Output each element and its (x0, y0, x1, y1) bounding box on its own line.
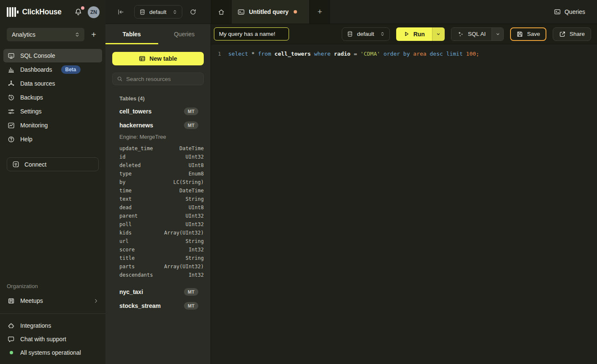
run-label: Run (413, 31, 425, 38)
database-select[interactable]: default (134, 5, 182, 19)
chevron-right-icon (93, 298, 99, 304)
sql-token: from (258, 51, 274, 57)
table-row-stocks-stream[interactable]: stocks_stream MT (105, 299, 211, 313)
save-floppy-icon (516, 31, 523, 38)
refresh-icon[interactable] (188, 7, 198, 17)
engine-badge: MT (184, 302, 198, 310)
app-root: ClickHouse ZN Analytics + SQL Console (0, 0, 597, 364)
sidebar-item-help[interactable]: Help (3, 132, 102, 146)
column-name: kids (119, 230, 132, 236)
new-tab-button[interactable]: + (310, 0, 330, 24)
brand-row: ClickHouse ZN (0, 0, 105, 24)
system-status-label: All systems operational (20, 349, 81, 356)
sidebar-item-backups[interactable]: Backups (3, 91, 102, 104)
column-type: DateTime (179, 146, 204, 151)
monitoring-chart-icon (8, 122, 15, 129)
sql-token: desc limit (430, 51, 466, 57)
column-type: Array(UInt32) (164, 230, 204, 236)
share-icon (559, 31, 566, 38)
column-row: kidsArray(UInt32) (105, 229, 211, 237)
new-table-label: New table (149, 55, 177, 62)
column-row: byLC(String) (105, 178, 211, 186)
code-line-1: 1 select * from cell_towers where radio … (211, 50, 597, 58)
main-region: default Untitled query + (105, 0, 597, 364)
backup-history-icon (8, 94, 15, 101)
tab-tables[interactable]: Tables (105, 24, 158, 44)
table-row-hackernews[interactable]: hackernews MT (105, 118, 211, 132)
sql-token: order by (384, 51, 413, 57)
column-type: Enum8 (189, 171, 204, 177)
sidebar-item-label: Data sources (20, 80, 55, 87)
chat-support-link[interactable]: Chat with support (7, 333, 99, 345)
column-name: score (119, 247, 135, 253)
database-select[interactable]: default (342, 27, 390, 41)
column-row: urlString (105, 237, 211, 245)
clickhouse-logo-icon (7, 7, 19, 18)
table-name: cell_towers (119, 108, 151, 115)
run-button[interactable]: Run (396, 27, 432, 41)
sql-editor[interactable]: 1 select * from cell_towers where radio … (211, 44, 597, 364)
column-name: parts (119, 264, 135, 270)
sidebar-item-settings[interactable]: Settings (3, 105, 102, 118)
save-button[interactable]: Save (510, 27, 546, 41)
column-name: id (119, 154, 125, 160)
query-name-input[interactable] (214, 27, 289, 40)
sql-ai-label: SQL AI (468, 31, 486, 37)
sql-ai-options-button[interactable] (492, 28, 503, 40)
collapse-sidebar-button[interactable] (116, 7, 126, 17)
system-status-link[interactable]: All systems operational (7, 346, 99, 359)
terminal-icon (238, 8, 245, 16)
table-name: stocks_stream (119, 302, 161, 309)
sidebar-item-sql-console[interactable]: SQL Console (3, 49, 102, 62)
sidebar-item-meetups[interactable]: Meetups (0, 294, 105, 308)
notifications-bell-icon[interactable] (73, 7, 83, 17)
active-tab-underline (105, 43, 158, 44)
query-tab[interactable]: Untitled query (231, 0, 310, 24)
help-question-icon (8, 136, 15, 143)
search-input[interactable] (126, 76, 199, 82)
sliders-icon (8, 108, 15, 115)
column-row: deadUInt8 (105, 203, 211, 212)
meetups-label: Meetups (20, 297, 43, 304)
table-icon (139, 55, 146, 62)
sql-ai-split-button: SQL AI (451, 27, 504, 41)
notification-dot (81, 6, 84, 10)
column-type: String (186, 196, 204, 202)
column-row: descendantsInt32 (105, 271, 211, 279)
new-table-button[interactable]: New table (112, 52, 204, 65)
sidebar-add-button[interactable]: + (89, 30, 99, 40)
share-button[interactable]: Share (553, 27, 591, 41)
integrations-label: Integrations (20, 322, 51, 329)
chevron-down-icon (495, 32, 500, 37)
column-type: Int32 (189, 272, 204, 278)
table-row-nyc-taxi[interactable]: nyc_taxi MT (105, 285, 211, 299)
chevron-down-icon (436, 32, 441, 37)
sidebar-item-label: Backups (20, 94, 43, 101)
chevron-updown-icon (380, 31, 385, 37)
workspace-select[interactable]: Analytics (7, 28, 84, 41)
column-name: time (119, 188, 132, 194)
table-name: hackernews (119, 122, 153, 129)
table-row-cell-towers[interactable]: cell_towers MT (105, 104, 211, 118)
connect-button[interactable]: Connect (7, 157, 99, 171)
run-options-button[interactable] (432, 27, 445, 41)
integrations-link[interactable]: Integrations (7, 319, 99, 332)
sidebar-item-dashboards[interactable]: Dashboards Beta (3, 63, 102, 76)
queries-button[interactable]: Queries (554, 0, 585, 24)
avatar[interactable]: ZN (88, 6, 100, 18)
sql-token: cell_towers (275, 51, 314, 57)
column-name: poll (119, 221, 132, 227)
sidebar-item-data-sources[interactable]: Data sources (3, 77, 102, 90)
column-row: pollUInt32 (105, 220, 211, 229)
home-button[interactable] (211, 0, 231, 24)
bar-chart-icon (8, 66, 15, 73)
status-green-dot (10, 351, 13, 354)
sparkles-icon (457, 31, 464, 38)
sidebar-item-monitoring[interactable]: Monitoring (3, 119, 102, 132)
column-row: parentUInt32 (105, 212, 211, 220)
sql-ai-button[interactable]: SQL AI (451, 28, 492, 40)
run-split-button: Run (396, 27, 445, 41)
organization-label: Organization (0, 283, 105, 289)
tab-queries[interactable]: Queries (158, 24, 211, 44)
column-type: UInt8 (189, 162, 204, 168)
